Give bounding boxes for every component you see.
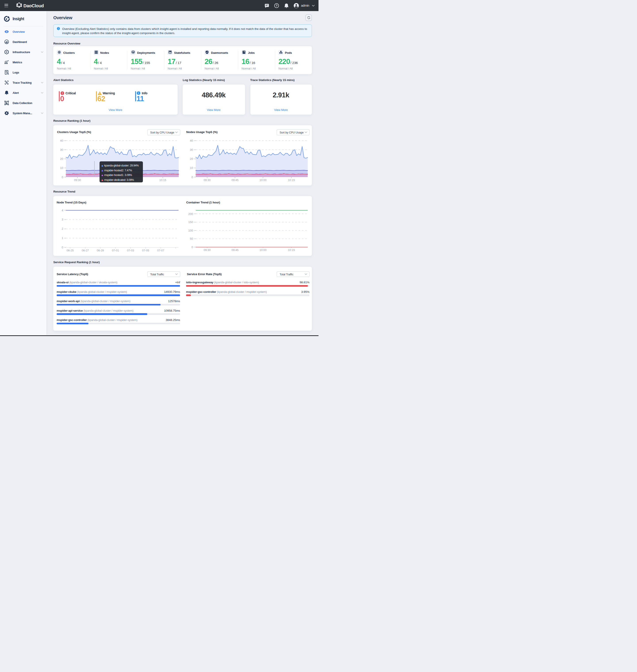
- svg-text:07-05: 07-05: [142, 249, 149, 252]
- svg-text:?: ?: [276, 4, 277, 7]
- svg-text:20: 20: [60, 157, 63, 160]
- svg-text:09:30: 09:30: [204, 179, 211, 182]
- svg-text:10:15: 10:15: [288, 179, 295, 182]
- svg-text:09:45: 09:45: [232, 249, 238, 252]
- svg-text:0: 0: [192, 246, 193, 249]
- svg-text:07-07: 07-07: [157, 249, 164, 252]
- svg-text:07-01: 07-01: [112, 249, 119, 252]
- svg-text:09:30: 09:30: [74, 179, 81, 182]
- svg-text:1: 1: [62, 236, 63, 240]
- svg-text:4: 4: [62, 209, 63, 212]
- svg-text:10:15: 10:15: [159, 179, 166, 182]
- svg-text:0: 0: [192, 176, 193, 179]
- svg-text:200: 200: [188, 212, 193, 216]
- svg-text:100: 100: [188, 229, 193, 232]
- svg-text:3: 3: [62, 218, 63, 221]
- svg-text:0: 0: [62, 176, 63, 179]
- svg-text:06-29: 06-29: [97, 249, 104, 252]
- svg-text:0: 0: [62, 246, 63, 249]
- svg-text:30: 30: [190, 148, 193, 152]
- svg-text:40: 40: [60, 139, 63, 142]
- svg-text:10: 10: [190, 166, 193, 170]
- svg-text:10:00: 10:00: [259, 179, 266, 182]
- svg-text:06-27: 06-27: [81, 249, 89, 252]
- svg-text:150: 150: [188, 220, 193, 224]
- svg-text:10:00: 10:00: [259, 249, 266, 252]
- svg-text:09:30: 09:30: [204, 249, 211, 252]
- svg-text:09:45: 09:45: [232, 179, 238, 182]
- svg-text:30: 30: [60, 148, 63, 152]
- svg-text:10: 10: [60, 166, 63, 170]
- svg-text:06-25: 06-25: [67, 249, 74, 252]
- svg-text:10:15: 10:15: [288, 249, 295, 252]
- svg-text:20: 20: [190, 157, 193, 160]
- svg-text:2: 2: [62, 227, 63, 230]
- svg-text:40: 40: [190, 139, 193, 142]
- svg-text:50: 50: [190, 237, 193, 241]
- svg-text:07-03: 07-03: [127, 249, 134, 252]
